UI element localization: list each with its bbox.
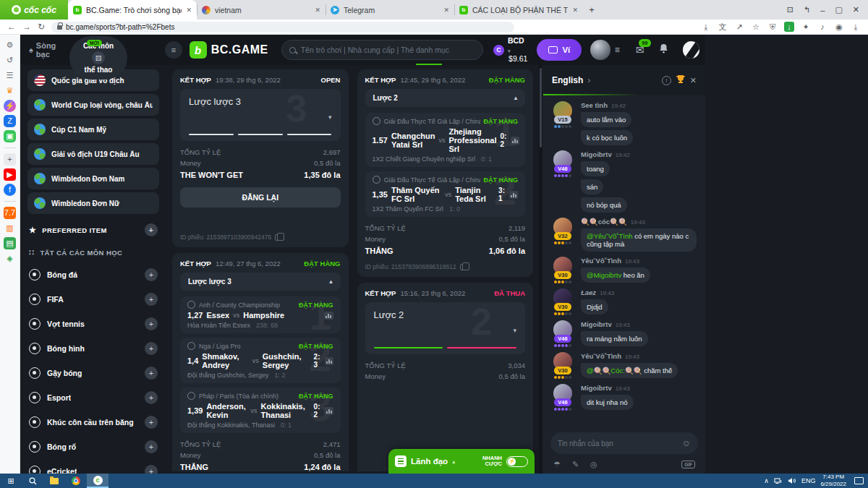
reload-icon[interactable]: ↻: [38, 22, 45, 31]
bet-collapse-bar[interactable]: Lược 2 ▴: [365, 89, 526, 107]
expand-sport-button[interactable]: +: [145, 391, 158, 404]
copy-icon[interactable]: [275, 234, 281, 241]
action-center-icon[interactable]: [854, 477, 864, 484]
sidebar-sport-item[interactable]: eCricket +: [27, 459, 159, 474]
sidebar-sport-item[interactable]: Bóng hình +: [27, 336, 159, 361]
chat-username[interactable]: Migoibrtv: [581, 384, 612, 392]
search-input[interactable]: Tên trò chơi | Nhà cung cấp | Thẻ danh m…: [281, 40, 484, 60]
chat-username[interactable]: See tình: [581, 101, 608, 109]
browser-tab[interactable]: b BC.Game: Trò chơi sòng bạc ✕: [68, 0, 197, 20]
sidebar-competition-item[interactable]: Cúp C1 Nam Mỹ: [27, 119, 159, 140]
browser-tab[interactable]: vietnam ✕: [197, 0, 326, 20]
forward-icon[interactable]: →: [22, 22, 31, 31]
messenger-icon[interactable]: ⚡: [4, 100, 16, 112]
facebook-icon[interactable]: f: [4, 184, 16, 196]
sidebar-competition-item[interactable]: Wimbledon Đơn Nam: [27, 168, 159, 189]
profile-menu-icon[interactable]: ≡: [615, 45, 620, 55]
sidebar-sport-item[interactable]: Vợt tennis +: [27, 312, 159, 336]
chat-username[interactable]: Ɫaez: [581, 288, 596, 296]
menu-icon[interactable]: ≡: [165, 41, 182, 59]
history-icon[interactable]: ↺: [4, 54, 16, 67]
chevron-down-icon[interactable]: ▾: [513, 327, 516, 334]
wallet-button[interactable]: Ví: [537, 39, 582, 61]
emoji-icon[interactable]: ☺: [682, 438, 691, 448]
bet-summary[interactable]: Lược lược 3 3 ▾: [180, 89, 341, 141]
expand-sport-button[interactable]: +: [145, 342, 158, 355]
games-icon[interactable]: ▣: [4, 130, 16, 142]
expand-sport-button[interactable]: +: [145, 465, 158, 474]
coin-drop-icon[interactable]: ◎: [590, 460, 597, 469]
bc-game-logo[interactable]: b BC.GAME: [190, 41, 268, 59]
stats-icon[interactable]: [325, 407, 333, 415]
restore-session-icon[interactable]: ↰: [804, 5, 810, 14]
rebet-button[interactable]: ĐĂNG LẠI: [180, 187, 341, 207]
chat-username[interactable]: Migoibrtv: [581, 320, 612, 328]
close-window-icon[interactable]: ✕: [853, 5, 859, 14]
settings-icon[interactable]: ⚙: [4, 39, 16, 51]
inbox-icon[interactable]: ✉99: [636, 44, 644, 56]
sidebar-sport-item[interactable]: Bóng đá +: [27, 262, 159, 287]
bet-leg[interactable]: 2 Giải Đấu Thực Tế Giả Lập / China Super…: [365, 171, 526, 217]
sports-toggle[interactable]: MỚI Các môn ⚄ thể thao: [69, 36, 127, 80]
clock[interactable]: 7:43 PM 6/29/2022: [820, 474, 846, 488]
currency-selector[interactable]: C BCD ▾ $9.61: [493, 36, 528, 64]
zalo-icon[interactable]: Z: [4, 115, 16, 127]
url-bar[interactable]: bc.game/sports?bt-path=%2Fbets: [51, 22, 514, 33]
sidebar-sport-item[interactable]: FIFA +: [27, 287, 159, 312]
preferred-item-row[interactable]: ★ PREFERRED ITEM +: [27, 217, 159, 241]
chat-input[interactable]: Tin nhắn của bạn ☺: [550, 432, 698, 454]
gif-icon[interactable]: GIF: [681, 461, 695, 468]
tab-close-icon[interactable]: ✕: [443, 7, 449, 14]
expand-sport-button[interactable]: +: [145, 268, 158, 281]
sidebar-competition-item[interactable]: Giải vô địch U19 Châu Âu: [27, 143, 159, 165]
back-icon[interactable]: ←: [7, 22, 16, 31]
bet-leg[interactable]: 3 Pháp / Paris (Tòa án chính) ĐẶT HÀNG: [180, 388, 341, 433]
share-icon[interactable]: ↗: [734, 22, 744, 32]
stats-icon[interactable]: [511, 137, 519, 145]
chevron-right-icon[interactable]: ›: [587, 75, 590, 85]
chevron-up-icon[interactable]: ▴: [514, 95, 517, 101]
betslip-bar[interactable]: Lãnh đạo ▴ NHANHCƯỢC ⚡: [388, 449, 535, 474]
sidebar-competition-item[interactable]: World Cup loại vòng, châu Âu: [27, 94, 159, 116]
network-icon[interactable]: [774, 474, 783, 487]
extensions-icon[interactable]: ✦: [801, 22, 811, 32]
stats-icon[interactable]: [324, 312, 333, 320]
language-indicator[interactable]: ENG: [801, 477, 816, 484]
browser-tab[interactable]: ➤ Telegram ✕: [326, 0, 454, 20]
trophy-icon[interactable]: [676, 74, 686, 87]
coccoc-taskbar-icon[interactable]: c: [87, 474, 109, 488]
bet-leg[interactable]: 2 Nga / Liga Pro ĐẶT HÀNG: [180, 338, 341, 383]
coccoc-brand[interactable]: cốc cốc: [0, 0, 68, 20]
expand-sport-button[interactable]: +: [145, 416, 158, 429]
chevron-down-icon[interactable]: ▾: [328, 114, 332, 121]
education-icon[interactable]: ◈: [4, 252, 16, 265]
expand-sport-button[interactable]: +: [145, 317, 158, 330]
sale-icon[interactable]: 7.7: [4, 207, 16, 219]
taskbar-search-icon[interactable]: [22, 474, 43, 488]
cart-icon[interactable]: ▥: [4, 222, 16, 234]
browser-tab[interactable]: b CÁC LOẠI BỘ PHẬN THỂ THA ✕: [454, 0, 583, 20]
sidebar-sport-item[interactable]: Khúc côn cầu trên băng +: [27, 410, 159, 435]
profile-icon[interactable]: ◉: [834, 22, 844, 32]
chat-username[interactable]: Yêu˘Vô˚Tình: [581, 257, 621, 265]
youtube-icon[interactable]: ▶: [4, 168, 16, 181]
bookmark-star-icon[interactable]: ☆: [751, 22, 761, 32]
chrome-icon[interactable]: [65, 474, 87, 488]
close-chat-icon[interactable]: ✕: [690, 76, 697, 85]
pencil-icon[interactable]: ✎: [572, 460, 579, 469]
sidebar-competition-item[interactable]: Wimbledon Đơn Nữ: [27, 192, 159, 214]
sheet-icon[interactable]: ▤: [4, 237, 16, 249]
rain-bonus-icon[interactable]: ☂: [553, 460, 561, 469]
scrollbar[interactable]: [539, 65, 542, 474]
volume-icon[interactable]: [788, 474, 796, 487]
crown-icon[interactable]: ♛: [4, 85, 16, 97]
save-page-icon[interactable]: ⤓: [701, 22, 711, 32]
sidebar-sport-item[interactable]: Esport +: [27, 385, 159, 410]
expand-sport-button[interactable]: +: [145, 293, 158, 306]
expand-sport-button[interactable]: +: [145, 440, 158, 453]
add-preferred-button[interactable]: +: [145, 223, 158, 236]
chat-toggle-icon[interactable]: [683, 41, 700, 59]
media-icon[interactable]: ♪: [817, 22, 827, 32]
maximize-icon[interactable]: ▢: [835, 5, 842, 14]
tab-close-icon[interactable]: ✕: [315, 7, 320, 14]
